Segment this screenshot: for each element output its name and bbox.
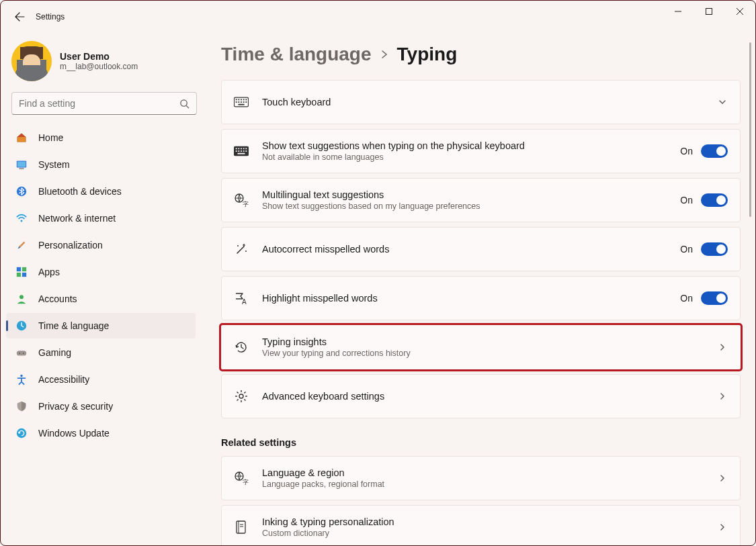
search-icon xyxy=(179,99,190,109)
user-name: User Demo xyxy=(60,51,138,62)
breadcrumb-parent[interactable]: Time & language xyxy=(221,44,372,65)
person-icon xyxy=(15,293,28,305)
sidebar-item-home[interactable]: Home xyxy=(6,125,196,150)
svg-rect-30 xyxy=(245,101,247,103)
card-language-region[interactable]: 字 Language & region Language packs, regi… xyxy=(221,456,741,500)
content: Time & language Typing Touch keyboard xyxy=(202,33,755,545)
chevron-down-icon xyxy=(717,97,728,107)
toggle-switch[interactable] xyxy=(701,193,728,207)
toggle-switch[interactable] xyxy=(701,291,728,305)
svg-rect-12 xyxy=(22,273,26,277)
svg-point-18 xyxy=(20,375,23,377)
card-autocorrect[interactable]: Autocorrect misspelled words On xyxy=(221,227,741,271)
nav: Home System Bluetooth & devices Network … xyxy=(6,124,202,447)
svg-rect-28 xyxy=(241,101,242,103)
sidebar-item-label: Bluetooth & devices xyxy=(38,186,122,197)
shield-icon xyxy=(15,400,28,412)
history-icon xyxy=(234,340,249,355)
card-title: Autocorrect misspelled words xyxy=(262,244,680,255)
svg-point-17 xyxy=(23,353,24,354)
sidebar-item-label: Personalization xyxy=(38,240,103,251)
card-subtitle: Show text suggestions based on my langua… xyxy=(262,201,680,211)
svg-text:字: 字 xyxy=(243,479,249,486)
toggle-switch[interactable] xyxy=(701,242,728,256)
wifi-icon xyxy=(15,212,28,224)
search-field[interactable] xyxy=(11,92,197,115)
accessibility-icon xyxy=(15,373,28,385)
sidebar-item-network[interactable]: Network & internet xyxy=(6,206,196,231)
gamepad-icon xyxy=(15,347,28,359)
svg-rect-31 xyxy=(238,104,244,105)
sidebar-item-system[interactable]: System xyxy=(6,152,196,177)
card-advanced-keyboard[interactable]: Advanced keyboard settings xyxy=(221,374,741,418)
sidebar-item-bluetooth[interactable]: Bluetooth & devices xyxy=(6,179,196,204)
svg-text:A: A xyxy=(242,298,247,306)
close-button[interactable] xyxy=(724,1,755,22)
scrollbar[interactable] xyxy=(749,42,751,217)
card-highlight-misspelled[interactable]: A Highlight misspelled words On xyxy=(221,276,741,320)
home-icon xyxy=(15,132,28,144)
card-subtitle: View your typing and corrections history xyxy=(262,349,717,358)
svg-rect-9 xyxy=(17,267,21,271)
card-title: Highlight misspelled words xyxy=(262,293,680,304)
toggle-state: On xyxy=(680,195,693,206)
svg-text:字: 字 xyxy=(243,201,249,208)
sidebar-item-apps[interactable]: Apps xyxy=(6,259,196,285)
svg-rect-43 xyxy=(238,153,245,154)
card-multilingual-text-suggestions[interactable]: 字 Multilingual text suggestions Show tex… xyxy=(221,178,741,222)
sidebar-item-personalization[interactable]: Personalization xyxy=(6,232,196,258)
minimize-button[interactable] xyxy=(663,1,694,22)
system-icon xyxy=(15,158,28,171)
paintbrush-icon xyxy=(15,239,28,251)
toggle-state: On xyxy=(680,293,693,304)
window-title: Settings xyxy=(36,12,65,21)
svg-rect-5 xyxy=(17,162,26,167)
sidebar-item-windows-update[interactable]: Windows Update xyxy=(6,420,196,446)
sidebar-item-privacy[interactable]: Privacy & security xyxy=(6,394,196,419)
card-inking-typing[interactable]: Inking & typing personalization Custom d… xyxy=(221,505,741,545)
sidebar-item-label: Privacy & security xyxy=(38,401,113,412)
search-input[interactable] xyxy=(19,98,179,109)
svg-line-54 xyxy=(237,392,239,394)
card-physical-keyboard-suggestions[interactable]: Show text suggestions when typing on the… xyxy=(221,129,741,173)
svg-rect-42 xyxy=(245,150,247,152)
card-title: Multilingual text suggestions xyxy=(262,189,680,200)
back-button[interactable] xyxy=(6,3,33,30)
svg-rect-26 xyxy=(236,101,237,103)
sidebar-item-label: Windows Update xyxy=(38,428,110,439)
card-typing-insights[interactable]: Typing insights View your typing and cor… xyxy=(221,325,741,369)
svg-rect-40 xyxy=(241,150,242,152)
svg-point-46 xyxy=(237,245,239,246)
highlight-a-icon: A xyxy=(234,291,249,306)
svg-point-49 xyxy=(239,394,243,398)
svg-point-2 xyxy=(181,99,187,105)
window-controls xyxy=(663,1,755,22)
svg-point-47 xyxy=(245,251,247,252)
toggle-state: On xyxy=(680,146,693,156)
card-title: Touch keyboard xyxy=(262,97,717,107)
sidebar-item-accessibility[interactable]: Accessibility xyxy=(6,367,196,392)
toggle-state: On xyxy=(680,244,693,255)
user-block[interactable]: User Demo m__lab@outlook.com xyxy=(6,38,202,92)
sidebar-item-accounts[interactable]: Accounts xyxy=(6,286,196,312)
dictionary-icon xyxy=(234,520,249,535)
svg-rect-36 xyxy=(243,148,245,149)
card-title: Language & region xyxy=(262,467,717,478)
svg-rect-21 xyxy=(236,99,237,100)
svg-line-56 xyxy=(244,392,245,394)
sidebar-item-time-language[interactable]: Time & language xyxy=(6,313,196,338)
toggle-switch[interactable] xyxy=(701,144,728,158)
wand-icon xyxy=(234,242,249,257)
svg-rect-1 xyxy=(706,9,712,15)
card-touch-keyboard[interactable]: Touch keyboard xyxy=(221,80,741,124)
sidebar-item-gaming[interactable]: Gaming xyxy=(6,340,196,365)
keyboard-filled-icon xyxy=(234,144,249,158)
maximize-button[interactable] xyxy=(694,1,724,22)
sidebar-item-label: Apps xyxy=(38,267,60,277)
sidebar: User Demo m__lab@outlook.com Home xyxy=(1,33,202,545)
globe-a-icon: 字 xyxy=(234,193,249,208)
sidebar-item-label: Accessibility xyxy=(38,374,89,385)
card-title: Inking & typing personalization xyxy=(262,516,717,527)
titlebar: Settings xyxy=(1,1,755,33)
svg-rect-22 xyxy=(238,99,239,100)
